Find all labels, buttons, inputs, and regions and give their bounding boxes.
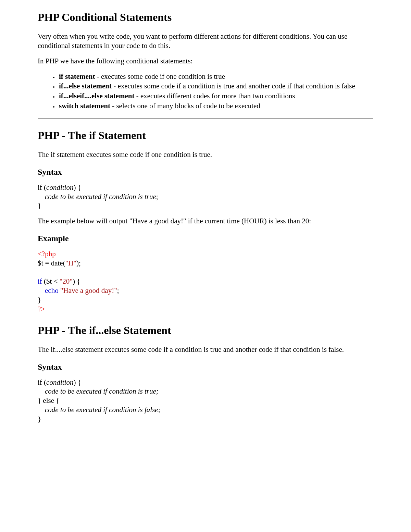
list-item-bold: if...elseif....else statement: [59, 92, 134, 100]
list-item-text: - executes different codes for more than…: [134, 92, 295, 100]
code-text: if (: [38, 378, 46, 386]
code-text: ($t <: [42, 277, 60, 285]
if-syntax-block: if (condition) { code to be executed if …: [38, 183, 373, 211]
code-text: $t = date(: [38, 259, 65, 267]
syntax-heading: Syntax: [38, 362, 373, 372]
code-text: ) {: [73, 277, 80, 285]
code-text: if (: [38, 183, 46, 191]
syntax-heading: Syntax: [38, 167, 373, 177]
code-text: ;: [156, 193, 158, 201]
if-else-description: The if....else statement executes some c…: [38, 345, 373, 354]
php-open-tag: <?php: [38, 250, 56, 258]
php-string: "20": [60, 277, 73, 285]
list-item-text: - selects one of many blocks of code to …: [110, 102, 260, 110]
code-text: }: [38, 415, 41, 423]
code-italic: condition: [46, 183, 73, 191]
list-item: if...elseif....else statement - executes…: [58, 91, 373, 101]
code-italic: code to be executed if condition is fals…: [45, 406, 161, 414]
statements-list: if statement - executes some code if one…: [38, 72, 373, 111]
code-text: );: [76, 259, 81, 267]
heading-if-statement: PHP - The if Statement: [38, 128, 373, 143]
code-text: }: [38, 201, 41, 210]
list-item-text: - executes some code if one condition is…: [95, 72, 225, 81]
list-item-bold: switch statement: [59, 102, 110, 110]
code-italic: code to be executed if condition is true: [45, 193, 156, 201]
list-item-bold: if statement: [59, 72, 95, 81]
code-text: ) {: [73, 183, 81, 191]
if-example-code: <?php $t = date("H"); if ($t < "20") { e…: [38, 249, 373, 314]
example-heading: Example: [38, 233, 373, 244]
intro-paragraph-1: Very often when you write code, you want…: [38, 32, 373, 50]
intro-paragraph-2: In PHP we have the following conditional…: [38, 57, 373, 66]
section-divider: [38, 118, 373, 119]
php-keyword: echo: [45, 286, 59, 295]
php-string: "Have a good day!": [60, 286, 117, 295]
if-example-lead: The example below will output "Have a go…: [38, 216, 373, 226]
code-italic: condition: [46, 378, 73, 386]
code-italic: code to be executed if condition is true…: [45, 387, 159, 395]
list-item: if...else statement - executes some code…: [58, 82, 373, 91]
code-text: ;: [117, 286, 119, 295]
php-close-tag: ?>: [38, 305, 45, 313]
list-item: switch statement - selects one of many b…: [58, 101, 373, 111]
php-keyword: if: [38, 277, 42, 285]
code-text: ) {: [73, 378, 81, 386]
list-item-text: - executes some code if a condition is t…: [112, 82, 355, 90]
heading-if-else-statement: PHP - The if...else Statement: [38, 323, 373, 337]
list-item-bold: if...else statement: [59, 82, 112, 90]
code-text: } else {: [38, 396, 59, 405]
code-text: }: [38, 296, 41, 304]
list-item: if statement - executes some code if one…: [58, 72, 373, 81]
php-string: "H": [65, 259, 76, 267]
if-statement-description: The if statement executes some code if o…: [38, 150, 373, 159]
heading-conditional-statements: PHP Conditional Statements: [38, 10, 373, 24]
if-else-syntax-block: if (condition) { code to be executed if …: [38, 378, 373, 424]
